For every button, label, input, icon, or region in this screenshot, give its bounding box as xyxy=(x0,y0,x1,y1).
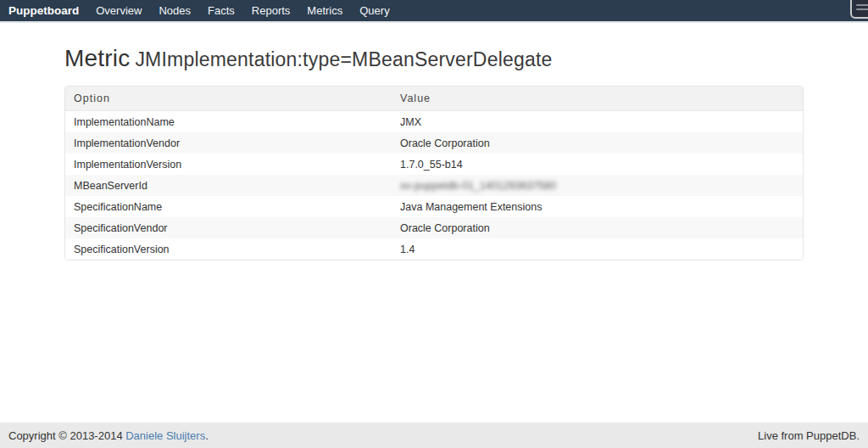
table-row: MBeanServerId xx-puppetdb-01_14012936375… xyxy=(65,175,803,196)
option-cell: SpecificationVendor xyxy=(65,217,392,238)
nav-item-nodes[interactable]: Nodes xyxy=(159,4,191,17)
value-cell: JMX xyxy=(392,111,803,132)
hamburger-bar xyxy=(856,4,868,6)
option-cell: SpecificationVersion xyxy=(65,238,392,260)
column-header-value: Value xyxy=(392,87,803,111)
live-from-puppetdb-text: Live from PuppetDB. xyxy=(758,429,860,442)
metric-options-table: Option Value ImplementationName JMX Impl… xyxy=(64,86,804,260)
footer: Copyright © 2013-2014 Daniele Sluijters.… xyxy=(0,423,868,448)
page-title-mbean-name: JMImplementation:type=MBeanServerDelegat… xyxy=(135,48,552,70)
nav-item-reports[interactable]: Reports xyxy=(252,4,291,17)
copyright-text: Copyright © 2013-2014 Daniele Sluijters. xyxy=(8,429,209,442)
author-link[interactable]: Daniele Sluijters xyxy=(125,429,205,442)
main-content: MetricJMImplementation:type=MBeanServerD… xyxy=(64,45,804,260)
table-row: ImplementationVersion 1.7.0_55-b14 xyxy=(65,154,803,175)
table-row: SpecificationVersion 1.4 xyxy=(65,238,803,260)
nav-item-query[interactable]: Query xyxy=(359,4,389,17)
value-cell: 1.4 xyxy=(392,238,803,260)
table-header-row: Option Value xyxy=(65,87,803,111)
redacted-value: xx-puppetdb-01_1401293637580 xyxy=(400,180,556,192)
column-header-option: Option xyxy=(65,87,392,111)
value-cell: Oracle Corporation xyxy=(392,132,803,154)
nav-item-overview[interactable]: Overview xyxy=(96,4,142,17)
option-cell: ImplementationName xyxy=(65,111,392,132)
nav-item-metrics[interactable]: Metrics xyxy=(307,4,342,17)
option-cell: SpecificationName xyxy=(65,196,392,217)
page-title-metric: Metric xyxy=(64,45,130,71)
value-cell: Java Management Extensions xyxy=(392,196,803,217)
brand-puppetboard[interactable]: Puppetboard xyxy=(8,4,79,17)
option-cell: ImplementationVendor xyxy=(65,132,392,154)
table-row: ImplementationName JMX xyxy=(65,111,803,132)
top-navbar: Puppetboard Overview Nodes Facts Reports… xyxy=(0,0,868,23)
page-title: MetricJMImplementation:type=MBeanServerD… xyxy=(64,45,804,72)
copyright-suffix: . xyxy=(205,429,209,442)
option-cell: MBeanServerId xyxy=(65,175,392,196)
value-cell: Oracle Corporation xyxy=(392,217,803,238)
value-cell: 1.7.0_55-b14 xyxy=(392,154,803,175)
hamburger-menu-icon[interactable] xyxy=(850,0,868,19)
table-row: SpecificationName Java Management Extens… xyxy=(65,196,803,217)
nav-item-facts[interactable]: Facts xyxy=(208,4,235,17)
hamburger-bar xyxy=(856,8,868,10)
option-cell: ImplementationVersion xyxy=(65,154,392,175)
value-cell: xx-puppetdb-01_1401293637580 xyxy=(392,175,803,196)
copyright-prefix: Copyright © 2013-2014 xyxy=(8,429,125,442)
table-row: SpecificationVendor Oracle Corporation xyxy=(65,217,803,238)
table-row: ImplementationVendor Oracle Corporation xyxy=(65,132,803,154)
